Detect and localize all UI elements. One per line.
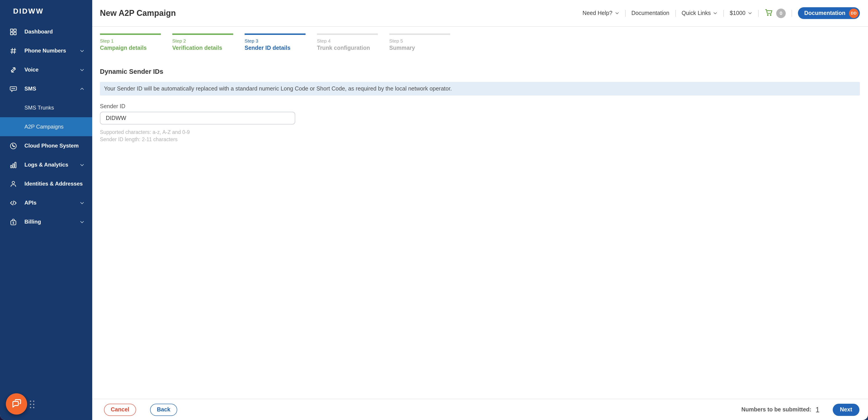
divider: [625, 10, 625, 17]
step-4-trunk-configuration[interactable]: Step 4 Trunk configuration: [317, 33, 378, 51]
step-5-summary[interactable]: Step 5 Summary: [389, 33, 450, 51]
chevron-down-icon: [615, 11, 619, 16]
balance-menu[interactable]: $1000: [730, 10, 752, 16]
chevron-down-icon: [80, 162, 85, 167]
footer-right: Numbers to be submitted: 1 Next: [741, 403, 860, 416]
step-2-verification-details[interactable]: Step 2 Verification details: [172, 33, 233, 51]
top-header: New A2P Campaign Need Help? Documentatio…: [92, 0, 868, 27]
chevron-down-icon: [80, 219, 85, 224]
step-number: Step 3: [245, 38, 306, 44]
sidebar-item-cloud-phone-system[interactable]: Cloud Phone System: [0, 136, 92, 155]
sidebar-item-dashboard[interactable]: Dashboard: [0, 22, 92, 41]
step-progress-bar: [317, 33, 378, 35]
sidebar-item-logs-analytics[interactable]: Logs & Analytics: [0, 155, 92, 174]
next-button[interactable]: Next: [833, 403, 860, 416]
shopping-cart-icon: [765, 8, 773, 18]
step-number: Step 5: [389, 38, 450, 44]
info-banner: Your Sender ID will be automatically rep…: [100, 82, 860, 95]
numbers-to-submit-value: 1: [815, 405, 819, 414]
chat-launcher-button[interactable]: [6, 393, 27, 415]
sidebar-nav: Dashboard Phone Numbers Voice: [0, 22, 92, 231]
hash-icon: [8, 47, 18, 55]
chat-drag-handle[interactable]: [30, 400, 34, 408]
didww-logo[interactable]: DIDWW: [0, 0, 92, 22]
divider: [792, 10, 792, 17]
cart-button[interactable]: 0: [765, 8, 786, 18]
sidebar-item-label: SMS Trunks: [24, 105, 54, 111]
chevron-down-icon: [80, 67, 85, 72]
sidebar-item-a2p-campaigns[interactable]: A2P Campaigns: [0, 117, 92, 136]
cart-count-badge: 0: [776, 8, 786, 18]
step-label: Summary: [389, 45, 450, 51]
content-panel: Dynamic Sender IDs Your Sender ID will b…: [92, 51, 868, 399]
wizard-footer: Cancel Back Numbers to be submitted: 1 N…: [92, 399, 868, 420]
billing-bag-icon: $: [8, 218, 18, 226]
sidebar-item-label: APIs: [24, 200, 36, 206]
section-title: Dynamic Sender IDs: [100, 68, 860, 75]
sidebar-item-label: Dashboard: [24, 29, 53, 35]
step-progress-bar: [100, 33, 161, 35]
chevron-down-icon: [80, 48, 85, 53]
code-icon: [8, 199, 18, 206]
hint-supported-characters: Supported characters: a-z, A-Z and 0-9: [100, 129, 860, 136]
sidebar-item-label: Billing: [24, 219, 41, 225]
documentation-button-label: Documentation: [804, 10, 845, 16]
sender-id-input[interactable]: [100, 112, 295, 124]
step-progress-bar: [245, 33, 306, 35]
step-label: Campaign details: [100, 45, 161, 51]
divider: [723, 10, 724, 17]
sidebar-item-sms-trunks[interactable]: SMS Trunks: [0, 98, 92, 117]
voice-arrows-icon: [8, 66, 18, 74]
back-button[interactable]: Back: [150, 403, 177, 416]
chevron-down-icon: [713, 11, 718, 16]
step-number: Step 2: [172, 38, 233, 44]
sidebar-item-billing[interactable]: $ Billing: [0, 212, 92, 231]
need-help-label: Need Help?: [583, 10, 612, 16]
sidebar-item-sms[interactable]: SMS: [0, 79, 92, 98]
sidebar-item-phone-numbers[interactable]: Phone Numbers: [0, 41, 92, 60]
step-progress-bar: [172, 33, 233, 35]
sidebar-item-label: Identities & Addresses: [24, 180, 83, 187]
app-window: DIDWW Dashboard Phone Numbers: [0, 0, 868, 420]
page-title: New A2P Campaign: [100, 8, 176, 18]
main-area: New A2P Campaign Need Help? Documentatio…: [92, 0, 868, 420]
bar-chart-icon: [8, 161, 18, 169]
hint-sender-id-length: Sender ID length: 2-11 characters: [100, 136, 860, 143]
dashboard-grid-icon: [8, 28, 18, 35]
sidebar-item-apis[interactable]: APIs: [0, 193, 92, 212]
sender-id-label: Sender ID: [100, 103, 860, 110]
quick-links-menu[interactable]: Quick Links: [682, 10, 717, 16]
step-label: Sender ID details: [245, 45, 306, 51]
cancel-button[interactable]: Cancel: [104, 403, 136, 416]
step-progress-bar: [389, 33, 450, 35]
sidebar-item-identities-addresses[interactable]: Identities & Addresses: [0, 174, 92, 193]
step-3-sender-id-details[interactable]: Step 3 Sender ID details: [245, 33, 306, 51]
sidebar: DIDWW Dashboard Phone Numbers: [0, 0, 92, 420]
quick-links-label: Quick Links: [682, 10, 711, 16]
header-links: Need Help? Documentation Quick Links $1: [583, 7, 860, 19]
step-number: Step 4: [317, 38, 378, 44]
sidebar-item-label: SMS: [24, 86, 36, 92]
documentation-button[interactable]: Documentation DD: [798, 7, 860, 19]
chevron-up-icon: [80, 86, 85, 91]
sidebar-item-label: Voice: [24, 66, 38, 73]
documentation-link[interactable]: Documentation: [631, 10, 669, 16]
chat-bubbles-icon: [11, 398, 22, 410]
sidebar-item-label: Logs & Analytics: [24, 162, 68, 168]
person-icon: [8, 180, 18, 188]
avatar: DD: [849, 8, 859, 18]
divider: [758, 10, 758, 17]
phone-circle-icon: [8, 142, 18, 149]
sidebar-item-label: Phone Numbers: [24, 48, 66, 54]
numbers-to-submit-label: Numbers to be submitted:: [741, 407, 811, 413]
chevron-down-icon: [748, 11, 752, 16]
chevron-down-icon: [80, 200, 85, 205]
sidebar-item-label: Cloud Phone System: [24, 143, 79, 149]
step-1-campaign-details[interactable]: Step 1 Campaign details: [100, 33, 161, 51]
sidebar-item-voice[interactable]: Voice: [0, 60, 92, 79]
sidebar-item-label: A2P Campaigns: [24, 123, 64, 130]
wizard-stepper: Step 1 Campaign details Step 2 Verificat…: [92, 27, 868, 51]
step-label: Trunk configuration: [317, 45, 378, 51]
need-help-menu[interactable]: Need Help?: [583, 10, 619, 16]
sms-bubble-icon: [8, 85, 18, 92]
